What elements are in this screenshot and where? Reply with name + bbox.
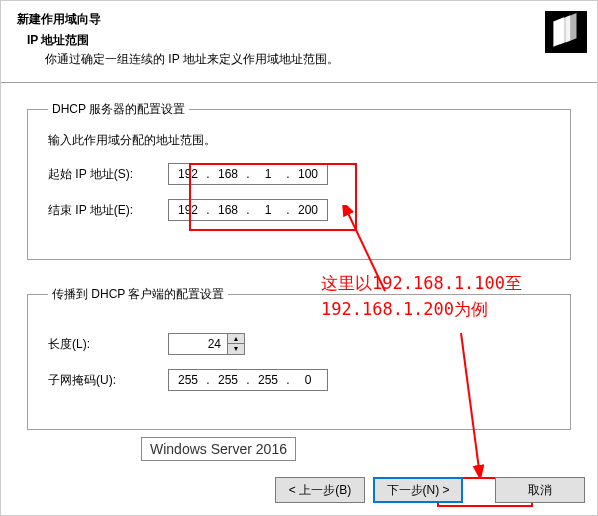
start-ip-octet-3[interactable] xyxy=(251,167,285,181)
length-input[interactable] xyxy=(168,333,228,355)
end-ip-label: 结束 IP 地址(E): xyxy=(48,202,168,219)
start-ip-label: 起始 IP 地址(S): xyxy=(48,166,168,183)
end-ip-octet-3[interactable] xyxy=(251,203,285,217)
next-button[interactable]: 下一步(N) > xyxy=(373,477,463,503)
subnet-mask-field[interactable]: . . . xyxy=(168,369,328,391)
mask-octet-2[interactable] xyxy=(211,373,245,387)
dhcp-client-legend: 传播到 DHCP 客户端的配置设置 xyxy=(48,286,228,303)
end-ip-octet-2[interactable] xyxy=(211,203,245,217)
page-subtitle: IP 地址范围 xyxy=(17,32,581,49)
dhcp-server-legend: DHCP 服务器的配置设置 xyxy=(48,101,189,118)
range-instruction: 输入此作用域分配的地址范围。 xyxy=(48,132,554,149)
end-ip-field[interactable]: . . . xyxy=(168,199,328,221)
start-ip-octet-4[interactable] xyxy=(291,167,325,181)
start-ip-octet-1[interactable] xyxy=(171,167,205,181)
end-ip-octet-4[interactable] xyxy=(291,203,325,217)
length-spinner[interactable]: ▲ ▼ xyxy=(168,333,245,355)
mask-octet-1[interactable] xyxy=(171,373,205,387)
cancel-button[interactable]: 取消 xyxy=(495,477,585,503)
end-ip-octet-1[interactable] xyxy=(171,203,205,217)
watermark-tooltip: Windows Server 2016 xyxy=(141,437,296,461)
subnet-mask-label: 子网掩码(U): xyxy=(48,372,168,389)
start-ip-octet-2[interactable] xyxy=(211,167,245,181)
back-button[interactable]: < 上一步(B) xyxy=(275,477,365,503)
page-description: 你通过确定一组连续的 IP 地址来定义作用域地址范围。 xyxy=(17,51,581,68)
length-down-button[interactable]: ▼ xyxy=(228,344,244,354)
annotation-text: 这里以192.168.1.100至 192.168.1.200为例 xyxy=(321,271,522,322)
length-label: 长度(L): xyxy=(48,336,168,353)
length-up-button[interactable]: ▲ xyxy=(228,334,244,344)
wizard-icon xyxy=(545,11,587,53)
dhcp-server-group: DHCP 服务器的配置设置 输入此作用域分配的地址范围。 起始 IP 地址(S)… xyxy=(27,101,571,260)
mask-octet-4[interactable] xyxy=(291,373,325,387)
wizard-title: 新建作用域向导 xyxy=(17,11,581,28)
start-ip-field[interactable]: . . . xyxy=(168,163,328,185)
mask-octet-3[interactable] xyxy=(251,373,285,387)
